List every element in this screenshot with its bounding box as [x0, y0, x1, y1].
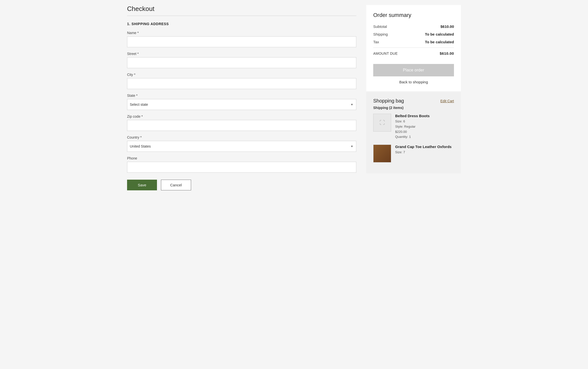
name-group: Name * — [127, 31, 356, 47]
city-label: City * — [127, 73, 356, 77]
page-title: Checkout — [127, 5, 356, 13]
name-input[interactable] — [127, 36, 356, 47]
phone-label: Phone — [127, 156, 356, 160]
cart-item-details: Belted Dress Boots Size: 6 Style: Regula… — [395, 114, 454, 140]
cart-item-price: $220.00 — [395, 130, 407, 134]
order-summary-title: Order summary — [373, 12, 454, 18]
country-label: Country * — [127, 135, 356, 139]
shipping-items-label: Shipping (2 items) — [373, 106, 454, 110]
name-label: Name * — [127, 31, 356, 35]
cart-item-2-size: Size: 7 — [395, 150, 405, 154]
phone-group: Phone — [127, 156, 356, 173]
subtotal-label: Subtotal — [373, 24, 387, 29]
shopping-bag-box: Shopping bag Edit Cart Shipping (2 items… — [366, 92, 461, 173]
image-placeholder-icon: ⛶ — [379, 119, 385, 126]
state-group: State * Select state Alabama Alaska Ariz… — [127, 94, 356, 110]
city-group: City * — [127, 73, 356, 89]
shipping-row: Shipping To be calculated — [373, 32, 454, 36]
shipping-label: Shipping — [373, 32, 388, 36]
shopping-bag-header: Shopping bag Edit Cart — [373, 98, 454, 104]
subtotal-row: Subtotal $610.00 — [373, 24, 454, 29]
cart-item-quantity: Quantity: 1 — [395, 135, 411, 139]
zipcode-input[interactable] — [127, 120, 356, 131]
main-content: Checkout 1. SHIPPING ADDRESS Name * Stre… — [127, 5, 356, 364]
amount-due-value: $610.00 — [440, 51, 454, 55]
zipcode-group: Zip code * — [127, 114, 356, 131]
country-select[interactable]: United States Canada United Kingdom Aust… — [127, 141, 356, 152]
amount-due-row: AMOUNT DUE $610.00 — [373, 51, 454, 55]
country-group: Country * United States Canada United Ki… — [127, 135, 356, 152]
cart-item-2: Grand Cap Toe Leather Oxfords Size: 7 — [373, 145, 454, 162]
state-select-wrapper: Select state Alabama Alaska Arizona Cali… — [127, 99, 356, 110]
sidebar: Order summary Subtotal $610.00 Shipping … — [366, 5, 461, 364]
cart-item-size: Size: 6 — [395, 119, 405, 123]
phone-input[interactable] — [127, 162, 356, 173]
state-select[interactable]: Select state Alabama Alaska Arizona Cali… — [127, 99, 356, 110]
cart-item-image-placeholder: ⛶ — [373, 114, 391, 132]
cart-item-style: Style: Regular — [395, 125, 416, 128]
country-select-wrapper: United States Canada United Kingdom Aust… — [127, 141, 356, 152]
cart-item-2-name: Grand Cap Toe Leather Oxfords — [395, 145, 454, 149]
cart-item-2-details: Grand Cap Toe Leather Oxfords Size: 7 — [395, 145, 454, 162]
cart-item-image-brown — [373, 145, 391, 162]
tax-label: Tax — [373, 40, 379, 44]
amount-due-label: AMOUNT DUE — [373, 52, 398, 55]
place-order-button[interactable]: Place order — [373, 64, 454, 76]
street-group: Street * — [127, 52, 356, 68]
subtotal-value: $610.00 — [441, 24, 454, 29]
form-actions: Save Cancel — [127, 180, 356, 190]
order-summary-box: Order summary Subtotal $610.00 Shipping … — [366, 5, 461, 91]
save-button[interactable]: Save — [127, 180, 157, 190]
tax-value: To be calculated — [425, 40, 454, 44]
shipping-value: To be calculated — [425, 32, 454, 36]
back-to-shopping-link[interactable]: Back to shopping — [373, 80, 454, 84]
edit-cart-link[interactable]: Edit Cart — [441, 99, 454, 103]
title-divider — [127, 16, 356, 16]
state-label: State * — [127, 94, 356, 98]
cart-item-meta: Size: 6 Style: Regular $220.00 Quantity:… — [395, 119, 454, 140]
summary-divider — [373, 48, 454, 48]
city-input[interactable] — [127, 78, 356, 89]
zipcode-label: Zip code * — [127, 114, 356, 118]
cart-item-2-meta: Size: 7 — [395, 150, 454, 155]
street-input[interactable] — [127, 57, 356, 68]
cart-item-name: Belted Dress Boots — [395, 114, 454, 118]
section-title: 1. SHIPPING ADDRESS — [127, 22, 356, 26]
cart-item: ⛶ Belted Dress Boots Size: 6 Style: Regu… — [373, 114, 454, 140]
cancel-button[interactable]: Cancel — [161, 180, 191, 190]
shopping-bag-title: Shopping bag — [373, 98, 404, 104]
street-label: Street * — [127, 52, 356, 56]
tax-row: Tax To be calculated — [373, 40, 454, 44]
